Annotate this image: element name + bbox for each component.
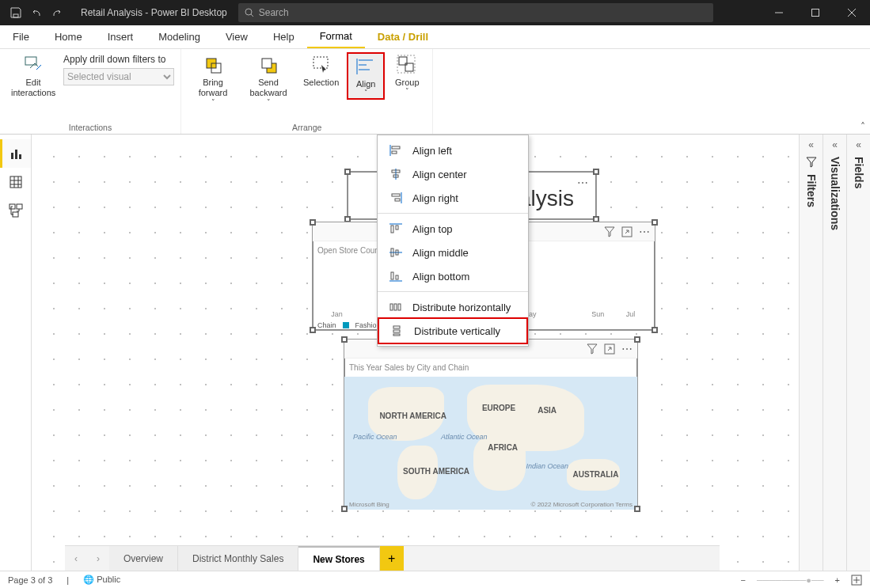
svg-rect-11 [397,55,415,73]
tab-format[interactable]: Format [307,25,365,48]
report-view-button[interactable] [0,139,31,168]
svg-rect-36 [393,326,400,328]
page-prev-button[interactable]: ‹ [65,546,87,571]
redo-button[interactable] [47,3,66,22]
page-tab-district[interactable]: District Monthly Sales [178,546,298,571]
ribbon: Edit interactions Apply drill down filte… [0,49,870,135]
svg-rect-32 [396,275,398,279]
svg-rect-0 [13,14,18,17]
minimize-button[interactable] [761,0,797,25]
zoom-out-button[interactable]: − [741,575,746,585]
align-right-item[interactable]: Align right [378,186,528,210]
align-dropdown: Align left Align center Align right Alig… [377,135,529,347]
save-button[interactable] [6,3,25,22]
distribute-horizontally-icon [389,301,403,313]
send-backward-button[interactable]: Send backward˅ [241,52,295,108]
chevron-left-icon: « [832,139,838,150]
svg-rect-12 [11,153,13,159]
align-center-item[interactable]: Align center [378,162,528,186]
search-placeholder: Search [259,7,289,18]
page-next-button[interactable]: › [87,546,109,571]
tab-modeling[interactable]: Modeling [146,25,213,48]
group-icon [396,54,418,76]
bring-forward-button[interactable]: Bring forward˅ [188,52,238,108]
align-bottom-item[interactable]: Align bottom [378,264,528,288]
search-input[interactable]: Search [238,3,713,22]
svg-rect-37 [393,330,400,332]
edit-interactions-icon [22,54,44,76]
focus-icon[interactable] [621,226,633,237]
statusbar: Page 3 of 3 | 🌐 Public − ────────●── + [0,571,870,588]
distribute-vertically-icon [390,324,405,337]
distribute-vertically-item[interactable]: Distribute vertically [378,317,528,344]
zoom-slider[interactable]: ────────●── [757,575,824,585]
svg-rect-26 [395,199,400,201]
ribbon-group-interactions-label: Interactions [69,121,112,132]
svg-rect-22 [392,151,397,154]
selection-icon [310,54,332,76]
tab-view[interactable]: View [213,25,260,48]
group-button[interactable]: Group˅ [388,52,426,97]
send-backward-icon [257,54,279,76]
tab-data-drill[interactable]: Data / Drill [365,25,441,48]
fields-pane[interactable]: « Fields [846,135,870,571]
svg-rect-31 [391,272,393,279]
page-tab-newstores[interactable]: New Stores [298,546,379,571]
filters-pane[interactable]: « Filters [799,135,823,571]
svg-rect-14 [19,154,21,159]
data-view-button[interactable] [0,168,31,196]
search-icon [245,8,254,17]
filter-icon [806,157,817,168]
map-title: This Year Sales by City and Chain [344,358,637,377]
tab-insert[interactable]: Insert [95,25,146,48]
align-center-icon [389,168,403,180]
align-left-item[interactable]: Align left [378,138,528,162]
svg-rect-2 [812,9,819,17]
svg-rect-13 [15,150,17,159]
page-tab-overview[interactable]: Overview [109,546,178,571]
close-button[interactable] [834,0,870,25]
visual-menu-icon[interactable]: ⋯ [577,176,588,189]
focus-icon[interactable] [604,343,615,355]
distribute-horizontally-item[interactable]: Distribute horizontally [378,295,528,319]
svg-rect-33 [390,304,393,310]
maximize-button[interactable] [797,0,834,25]
collapsed-panes: « Filters « Visualizations « Fields [799,135,870,571]
tab-help[interactable]: Help [260,25,307,48]
svg-rect-35 [398,304,401,310]
visual-menu-icon[interactable]: ⋯ [621,343,633,355]
svg-rect-17 [17,204,22,209]
map-visual[interactable]: ⋯ This Year Sales by City and Chain NORT… [344,339,638,510]
drill-filters-select[interactable]: Selected visual [63,68,174,85]
fit-page-button[interactable] [851,575,862,586]
filter-icon[interactable] [604,226,615,237]
chevron-left-icon: « [856,139,861,150]
add-page-button[interactable]: + [380,546,404,571]
align-top-item[interactable]: Align top [378,217,528,241]
titlebar: Retail Analysis - Power BI Desktop Searc… [0,0,870,25]
svg-rect-28 [396,226,398,230]
align-right-icon [389,192,403,204]
collapse-ribbon-button[interactable]: ˄ [861,121,865,132]
map-credit-left: Microsoft Bing [349,501,389,508]
zoom-in-button[interactable]: + [835,575,840,585]
tab-home[interactable]: Home [42,25,95,48]
filter-icon[interactable] [587,343,598,355]
align-bottom-icon [389,270,403,283]
svg-rect-7 [262,59,272,68]
selection-button[interactable]: Selection [298,52,344,89]
svg-rect-34 [394,304,397,310]
drill-filters-label: Apply drill down filters to [63,54,165,65]
tab-file[interactable]: File [0,25,42,48]
view-switcher [0,135,32,571]
edit-interactions-button[interactable]: Edit interactions [6,52,60,100]
align-button[interactable]: Align˅ [347,52,385,100]
undo-button[interactable] [27,3,46,22]
bring-forward-icon [202,54,224,76]
publish-status: 🌐 Public [83,575,120,585]
page-indicator: Page 3 of 3 [8,575,52,585]
visual-menu-icon[interactable]: ⋯ [639,226,650,238]
model-view-button[interactable] [0,196,31,225]
visualizations-pane[interactable]: « Visualizations [823,135,846,571]
align-middle-item[interactable]: Align middle [378,241,528,264]
